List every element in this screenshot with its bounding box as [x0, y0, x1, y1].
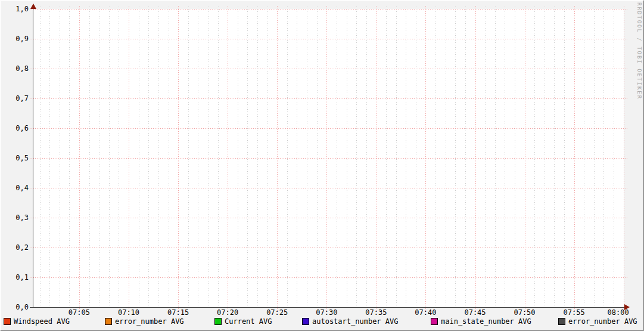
- gridline-major-horizontal: [30, 277, 627, 278]
- y-tick-label: 0,7: [0, 94, 29, 103]
- legend-swatch: [214, 318, 222, 325]
- legend-swatch: [431, 318, 438, 325]
- gridline-major-horizontal: [30, 218, 627, 218]
- legend-item: error_number AVG: [558, 317, 637, 326]
- y-tick-label: 0,5: [0, 154, 29, 162]
- y-tick-label: 0,2: [0, 243, 29, 252]
- legend-label: Current AVG: [225, 317, 272, 326]
- gridline-major-horizontal: [30, 98, 627, 99]
- y-tick-label: 0,6: [0, 124, 29, 132]
- x-tick-label: 07:45: [458, 308, 493, 317]
- legend-item: Current AVG: [214, 317, 272, 326]
- gridline-major-horizontal: [30, 248, 627, 248]
- legend-swatch: [4, 318, 11, 325]
- y-tick-label: 0,3: [0, 214, 29, 222]
- legend-label: autostart_number AVG: [312, 317, 399, 326]
- y-tick-label: 0,8: [0, 64, 29, 73]
- y-tick-label: 0,0: [0, 303, 29, 311]
- x-tick-label: 07:20: [210, 308, 245, 317]
- legend-item: autostart_number AVG: [302, 317, 399, 326]
- watermark: RRDTOOL / TOBI OETIKER: [636, 2, 642, 100]
- gridline-major-horizontal: [30, 158, 627, 159]
- legend-swatch: [105, 318, 112, 325]
- legend-label: error_number AVG: [568, 317, 637, 326]
- gridline-major-horizontal: [30, 39, 627, 39]
- x-axis-line: [30, 307, 626, 308]
- legend-item: error_number AVG: [105, 317, 184, 326]
- y-tick-label: 1,0: [0, 5, 29, 13]
- legend-swatch: [558, 318, 565, 325]
- y-tick-label: 0,9: [0, 35, 29, 43]
- y-tick-label: 0,1: [0, 273, 29, 281]
- legend-label: Windspeed AVG: [14, 317, 70, 326]
- gridline-major-horizontal: [30, 188, 627, 188]
- rrdtool-graph: 1,00,90,80,70,60,50,40,30,20,10,0 07:050…: [0, 0, 644, 331]
- legend-label: error_number AVG: [115, 317, 184, 326]
- legend-label: main_state_number AVG: [441, 317, 531, 326]
- x-tick-label: 07:50: [507, 308, 543, 317]
- legend-swatch: [302, 318, 309, 325]
- x-tick-label: 07:05: [61, 308, 97, 317]
- legend-item: main_state_number AVG: [431, 317, 531, 326]
- x-tick-label: 07:40: [407, 308, 443, 317]
- y-axis-arrow-icon: [30, 4, 36, 9]
- y-axis-line: [33, 5, 33, 307]
- x-axis-arrow-icon: [624, 304, 630, 310]
- gridline-major-horizontal: [30, 128, 627, 129]
- y-tick-label: 0,4: [0, 184, 29, 192]
- x-tick-label: 08:00: [601, 308, 636, 317]
- plot-area: [33, 9, 624, 307]
- legend-item: Windspeed AVG: [4, 317, 70, 326]
- x-tick-label: 07:30: [309, 308, 344, 317]
- x-tick-label: 07:35: [358, 308, 394, 317]
- x-tick-label: 07:55: [556, 308, 592, 317]
- x-tick-label: 07:15: [160, 308, 196, 317]
- x-tick-label: 07:10: [111, 308, 147, 317]
- gridline-major-horizontal: [30, 9, 627, 10]
- gridline-major-horizontal: [30, 69, 627, 69]
- x-tick-label: 07:25: [259, 308, 295, 317]
